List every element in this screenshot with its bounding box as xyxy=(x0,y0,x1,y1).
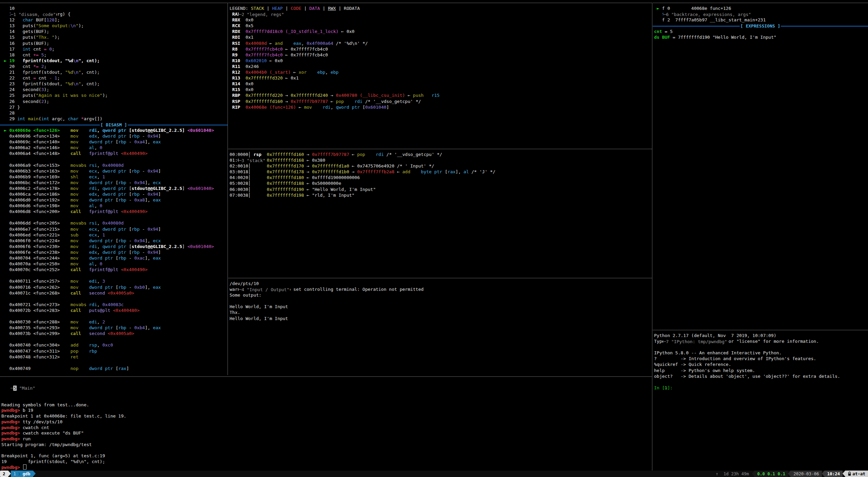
text-segment: ? -> Introduction and overview of IPytho… xyxy=(654,356,816,361)
terminal-line: 0x400716 <func+262> mov dword ptr [rbp -… xyxy=(1,285,228,290)
registers[interactable]: LEGEND: STACK | HEAP | CODE | DATA | RWX… xyxy=(228,6,652,110)
text-segment: → xyxy=(304,163,312,169)
stack-entries[interactable]: 00:0000│ rsp 0x7fffffffd160 → 0x7ffff7b9… xyxy=(228,152,652,198)
text-segment: 1 xyxy=(665,385,667,390)
text-segment: - xyxy=(140,250,147,255)
text-segment: - xyxy=(140,192,147,197)
text-segment: argc, xyxy=(49,116,68,121)
text-segment: <0x601040> xyxy=(187,244,214,249)
text-segment: 0x4006c2 <func+178> xyxy=(1,186,71,191)
text-segment: ", cnt); xyxy=(78,58,100,63)
text-segment: ecx xyxy=(89,169,97,174)
text-segment: ); xyxy=(102,93,108,98)
terminal-line: 0x4006f0 <func+224> mov dword ptr [rbp -… xyxy=(1,238,228,244)
pane-main-gdb-console[interactable]: ─5 "Main" Reading symbols from test...do… xyxy=(0,374,652,471)
text-segment: 23 fprintf(stdout, xyxy=(1,81,65,86)
text-segment: cnt xyxy=(654,29,662,34)
text-segment: <0x400490> xyxy=(121,267,147,272)
text-segment: dword ptr xyxy=(102,134,126,139)
text-segment: cnt xyxy=(36,75,49,81)
pane-border xyxy=(228,278,652,278)
text-segment: ← xyxy=(296,105,304,110)
pane-disasm-code[interactable]: ─1 "disasm, code" 10 11 void func(int ar… xyxy=(0,0,228,374)
terminal-line: 01:0008│ 0x7fffffffd168 ← 0x380 xyxy=(230,158,652,163)
terminal-line xyxy=(1,157,228,162)
text-segment: R15 xyxy=(230,87,246,92)
source-code[interactable]: 10 11 void func(int arg) { 12 char BUF[1… xyxy=(0,6,228,122)
text-segment: Thx. xyxy=(230,310,243,315)
text-segment: rdi xyxy=(323,105,330,110)
session-index-badge[interactable]: 2 xyxy=(0,471,8,477)
terminal-line: 23 fprintf(stdout, "%d\n", cnt); xyxy=(1,81,228,87)
terminal-line: RSP 0x7fffffffd160 → 0x7ffff7b97787 ← po… xyxy=(230,99,652,105)
text-segment: ] xyxy=(126,366,129,371)
terminal-line: 0x4006b9 <func+169> shl ecx, 1 xyxy=(1,174,228,180)
terminal-line xyxy=(1,296,228,302)
text-segment: ← xyxy=(328,99,336,104)
pane-ipython[interactable]: ─7 "IPython: tmp/pwndbg" Python 2.7.17 (… xyxy=(653,327,868,471)
text-segment: mov xyxy=(71,255,78,261)
text-segment: eax xyxy=(293,41,301,46)
text-segment: second xyxy=(89,331,105,336)
text-segment: 0x400696 <func+134> xyxy=(1,134,71,139)
pane-border-vertical[interactable] xyxy=(652,3,652,471)
text-segment: 03:0018│ xyxy=(230,169,267,174)
terminal-line: /dev/pts/10 xyxy=(230,281,652,287)
terminal-line: 24 second(3); xyxy=(1,87,228,93)
text-segment xyxy=(423,93,431,98)
text-segment: 0x7ffff7b97787 xyxy=(291,99,328,104)
text-segment: mov xyxy=(71,319,78,324)
text-segment: puts@plt xyxy=(89,308,110,313)
terminal-line: 0x400730 <func+288> mov edi, 2 xyxy=(1,319,228,325)
text-segment: mov xyxy=(304,105,312,110)
expressions[interactable]: cnt = 5ds BUF = 7fffffffd190 "Hello Worl… xyxy=(653,29,868,40)
text-segment xyxy=(78,192,89,197)
text-segment: fprintf@plt xyxy=(89,151,118,156)
text-segment: , xyxy=(325,70,331,75)
pane-stack[interactable]: ─3 "stack" 00:0000│ rsp 0x7fffffffd160 →… xyxy=(228,146,652,275)
text-segment: 0x7fffffffd170 xyxy=(267,163,304,169)
text-segment: 0x4006b3 <func+163> xyxy=(1,169,71,174)
terminal-line: 0x400735 <func+293> mov dword ptr [rbp -… xyxy=(1,325,228,331)
text-segment: = xyxy=(44,47,47,52)
pane-border-vertical[interactable] xyxy=(228,3,228,375)
pane-legend-regs[interactable]: ─2 "legend, regs" LEGEND: STACK | HEAP |… xyxy=(228,0,652,146)
text-segment: rbp xyxy=(118,325,126,330)
pane-backtrace[interactable]: ─6 "backtrace, expressions, args" ► f 0 … xyxy=(653,0,868,327)
text-segment: /* '%d\n' */ xyxy=(333,41,368,46)
text-segment: " xyxy=(76,23,78,28)
text-segment: pop xyxy=(71,349,78,354)
disassembly[interactable]: ► 0x40068e <func+126> mov rdi, qword ptr… xyxy=(0,128,228,372)
text-segment: → xyxy=(283,99,291,104)
terminal-line: 0x40070c <func+252> call fprintf@plt <0x… xyxy=(1,267,228,273)
terminal-line: 12 char BUF[128]; xyxy=(1,17,228,23)
text-segment: /* '__vdso_getcpu' */ xyxy=(362,99,421,104)
text-segment: 0x7fffffffd198 xyxy=(267,193,304,198)
pane-input-output[interactable]: ─4 "Input / Output" /dev/pts/10warning: … xyxy=(228,275,652,374)
terminal-line: 17 int cnt = 0; xyxy=(1,47,228,52)
pane-title-input-output: ─4 "Input / Output" xyxy=(228,275,652,281)
text-segment: rdi xyxy=(89,186,97,191)
program-output[interactable]: /dev/pts/10warning: GDB: Failed to set c… xyxy=(228,281,652,322)
text-segment: 04:0020│ xyxy=(230,175,267,180)
text-segment: 0x400747 <func+311> xyxy=(1,349,71,354)
text-segment: , xyxy=(97,174,103,179)
text-segment: ] xyxy=(182,244,187,249)
text-segment: , xyxy=(97,128,103,133)
text-segment: 0x7ffff7fcb4c0 xyxy=(246,52,283,57)
text-segment: , xyxy=(97,250,103,255)
load-average: 0.0 0.1 0.1 xyxy=(755,471,788,477)
uptime-indicator: ↑ 1d 23h 49m xyxy=(713,471,752,477)
terminal-line xyxy=(1,337,228,342)
text-segment: eax xyxy=(153,285,161,290)
pane-title-label: ─4 "Input / Output" xyxy=(239,287,290,292)
text-segment: *= xyxy=(33,64,39,69)
text-segment: pwndbg> xyxy=(1,419,23,424)
gdb-console[interactable]: Reading symbols from test...done.pwndbg>… xyxy=(0,379,652,470)
pane-border xyxy=(0,376,652,377)
text-segment: , xyxy=(94,145,100,150)
terminal-line: RDX 0x7ffff7dd18c0 (_IO_stdfile_1_lock) … xyxy=(230,29,652,35)
window-tab-gdb[interactable]: 1 ❯ gdb xyxy=(11,471,33,477)
terminal-line: 0x400704 <func+244> mov dword ptr [rbp -… xyxy=(1,255,228,261)
text-segment xyxy=(78,366,89,371)
